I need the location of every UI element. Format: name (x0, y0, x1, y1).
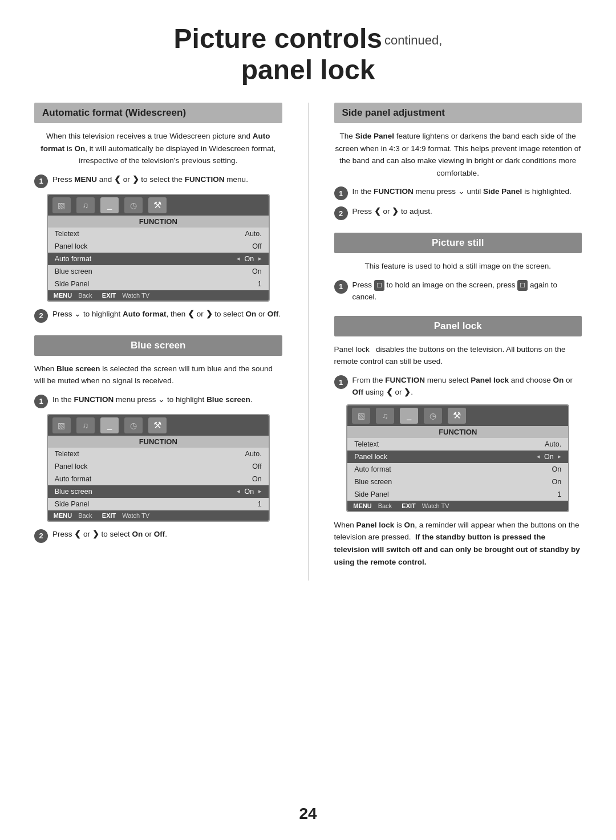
section-panel-lock-header: Panel lock (334, 316, 582, 336)
section-side-panel: Side panel adjustment The Side Panel fea… (334, 103, 582, 220)
menu-box-1: ▧ ♫ ⎯ ◷ ⚒ FUNCTION TeletextAuto. Panel l… (47, 194, 270, 302)
menu-icons-3: ▧ ♫ ⎯ ◷ ⚒ (347, 405, 568, 426)
menu-row-autoformat-2: Auto formatOn (48, 473, 269, 485)
menu-footer-2: MENU Back EXIT Watch TV (48, 510, 269, 521)
icon-clock-2: ◷ (124, 417, 143, 433)
subtitle: panel lock (34, 54, 582, 86)
icon-settings-2: ⎯ (100, 417, 119, 433)
icon-picture-3: ▧ (352, 408, 370, 424)
step-num-sp1: 1 (334, 186, 348, 200)
icon-pause: ☐ (374, 280, 384, 291)
section-side-panel-header: Side panel adjustment (334, 103, 582, 123)
panel-lock-step1-text: From the FUNCTION menu select Panel lock… (352, 375, 582, 399)
auto-format-step2-text: Press ⌄ to highlight Auto format, then ❮… (52, 309, 281, 320)
menu-row-sidepanel-2: Side Panel1 (48, 498, 269, 510)
step-num-pl1: 1 (334, 375, 348, 389)
panel-lock-outro: When Panel lock is On, a reminder will a… (334, 519, 582, 568)
auto-format-step1: 1 Press MENU and ❮ or ❯ to select the FU… (34, 174, 282, 188)
menu-row-bluescreen-2: Blue screen ◂ On ▸ (48, 485, 269, 498)
step-num-2a: 2 (34, 309, 48, 323)
page-title-block: Picture controls continued, panel lock (34, 23, 582, 86)
icon-settings-3: ⎯ (400, 408, 418, 424)
side-panel-intro: The Side Panel feature lightens or darke… (334, 130, 582, 179)
blue-screen-intro: When Blue screen is selected the screen … (34, 363, 282, 387)
side-panel-step2: 2 Press ❮ or ❯ to adjust. (334, 206, 582, 220)
page-number: 24 (299, 805, 317, 823)
menu-row-teletext-2: TeletextAuto. (48, 448, 269, 460)
menu-footer-1: MENU Back EXIT Watch TV (48, 290, 269, 301)
menu-row-panellock-1: Panel lockOff (48, 240, 269, 253)
menu-footer-3: MENU Back EXIT Watch TV (347, 501, 568, 511)
icon-settings: ⎯ (100, 197, 119, 213)
icon-wrench: ⚒ (148, 197, 167, 213)
step-num-1: 1 (34, 175, 48, 188)
menu-row-autoformat-3: Auto formatOn (347, 463, 568, 476)
section-auto-format: Automatic format (Widescreen) When this … (34, 103, 282, 323)
menu-row-teletext-1: TeletextAuto. (48, 228, 269, 240)
icon-clock-3: ◷ (424, 408, 442, 424)
side-panel-step1: 1 In the FUNCTION menu press ⌄ until Sid… (334, 186, 582, 200)
section-picture-still: Picture still This feature is used to ho… (334, 233, 582, 303)
menu-title-3: FUNCTION (347, 426, 568, 438)
main-columns: Automatic format (Widescreen) When this … (34, 103, 582, 581)
left-column: Automatic format (Widescreen) When this … (34, 103, 282, 581)
column-divider (308, 103, 309, 581)
icon-picture-2: ▧ (52, 417, 71, 433)
menu-row-sidepanel-1: Side Panel1 (48, 278, 269, 290)
menu-title-2: FUNCTION (48, 436, 269, 448)
auto-format-step2: 2 Press ⌄ to highlight Auto format, then… (34, 309, 282, 323)
panel-lock-step1: 1 From the FUNCTION menu select Panel lo… (334, 375, 582, 399)
menu-icons-1: ▧ ♫ ⎯ ◷ ⚒ (48, 195, 269, 216)
icon-clock: ◷ (124, 197, 143, 213)
menu-row-bluescreen-1: Blue screenOn (48, 265, 269, 278)
auto-format-step1-text: Press MENU and ❮ or ❯ to select the FUNC… (52, 174, 248, 186)
step-num-3: 1 (34, 395, 48, 408)
right-column: Side panel adjustment The Side Panel fea… (334, 103, 582, 581)
icon-music: ♫ (76, 197, 95, 213)
blue-screen-step2: 2 Press ❮ or ❯ to select On or Off. (34, 529, 282, 543)
blue-screen-step1: 1 In the FUNCTION menu press ⌄ to highli… (34, 394, 282, 408)
menu-row-bluescreen-3: Blue screenOn (347, 476, 568, 488)
picture-still-intro: This feature is used to hold a still ima… (334, 260, 582, 273)
menu-row-autoformat-1: Auto format ◂ On ▸ (48, 253, 269, 265)
section-blue-screen-header: Blue screen (34, 335, 282, 356)
side-panel-step1-text: In the FUNCTION menu press ⌄ until Side … (352, 186, 572, 198)
icon-picture: ▧ (52, 197, 71, 213)
step-num-4: 2 (34, 529, 48, 543)
section-auto-format-header: Automatic format (Widescreen) (34, 103, 282, 123)
picture-still-step1-text: Press ☐ to hold an image on the screen, … (352, 279, 582, 303)
icon-music-2: ♫ (76, 417, 95, 433)
menu-title-1: FUNCTION (48, 216, 269, 228)
icon-music-3: ♫ (376, 408, 394, 424)
blue-screen-step2-text: Press ❮ or ❯ to select On or Off. (52, 529, 167, 541)
menu-box-2: ▧ ♫ ⎯ ◷ ⚒ FUNCTION TeletextAuto. Panel l… (47, 414, 270, 522)
auto-format-intro: When this television receives a true Wid… (34, 130, 282, 167)
menu-box-3: ▧ ♫ ⎯ ◷ ⚒ FUNCTION TeletextAuto. Panel l… (346, 404, 569, 512)
menu-icons-2: ▧ ♫ ⎯ ◷ ⚒ (48, 415, 269, 436)
step-num-ps1: 1 (334, 280, 348, 294)
icon-wrench-3: ⚒ (448, 408, 466, 424)
section-picture-still-header: Picture still (334, 233, 582, 253)
menu-row-panellock-2: Panel lockOff (48, 460, 269, 473)
page: Picture controls continued, panel lock A… (0, 0, 616, 840)
section-panel-lock: Panel lock Panel lock disables the butto… (334, 316, 582, 568)
menu-row-sidepanel-3: Side Panel1 (347, 488, 568, 501)
icon-pause2: ☐ (517, 280, 528, 291)
side-panel-step2-text: Press ❮ or ❯ to adjust. (352, 206, 432, 218)
menu-row-teletext-3: TeletextAuto. (347, 438, 568, 451)
blue-screen-step1-text: In the FUNCTION menu press ⌄ to highligh… (52, 394, 252, 406)
panel-lock-intro: Panel lock disables the buttons on the t… (334, 343, 582, 368)
picture-still-step1: 1 Press ☐ to hold an image on the screen… (334, 279, 582, 303)
continued-label: continued, (384, 33, 443, 47)
section-blue-screen: Blue screen When Blue screen is selected… (34, 335, 282, 543)
menu-row-panellock-3: Panel lock ◂ On ▸ (347, 451, 568, 463)
main-title: Picture controls (174, 23, 382, 54)
icon-wrench-2: ⚒ (148, 417, 167, 433)
step-num-sp2: 2 (334, 206, 348, 220)
